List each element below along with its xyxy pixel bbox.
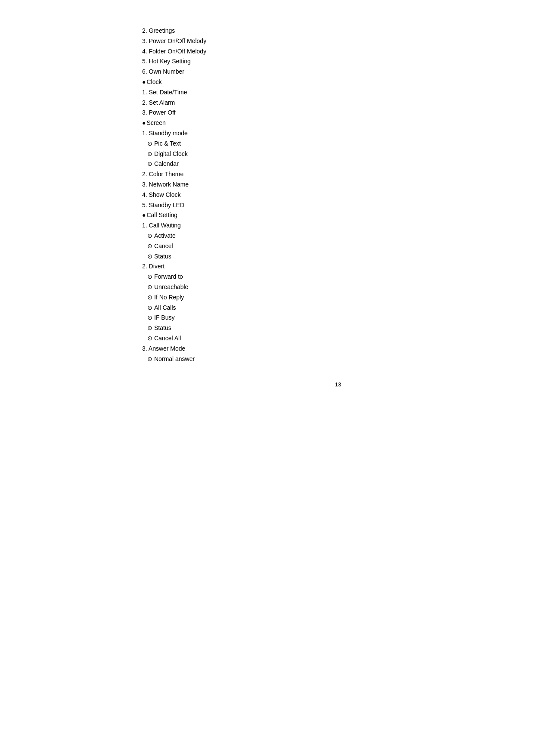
circle-icon	[147, 160, 154, 167]
circle-icon	[147, 314, 154, 321]
item-label: 3. Power On/Off Melody	[142, 37, 206, 44]
list-item: 1. Call Waiting	[142, 221, 534, 231]
list-item: 6. Own Number	[142, 67, 534, 77]
circle-icon	[147, 324, 154, 331]
bullet-icon	[142, 119, 146, 126]
item-label: Unreachable	[154, 283, 188, 290]
item-label: 2. Divert	[142, 263, 165, 270]
list-item: Calendar	[142, 159, 534, 169]
list-item: Screen	[142, 118, 534, 128]
page-number: 13	[142, 381, 534, 388]
list-item: Cancel	[142, 241, 534, 252]
item-label: IF Busy	[154, 314, 174, 321]
item-label: 6. Own Number	[142, 68, 184, 75]
item-label: Status	[154, 324, 171, 331]
list-item: 2. Divert	[142, 261, 534, 272]
list-item: 3. Power On/Off Melody	[142, 36, 534, 47]
circle-icon	[147, 335, 154, 342]
list-item: 3. Network Name	[142, 180, 534, 190]
circle-icon	[147, 283, 154, 290]
list-item: If No Reply	[142, 292, 534, 303]
item-label: 1. Call Waiting	[142, 222, 181, 229]
list-item: All Calls	[142, 303, 534, 313]
item-label: Clock	[146, 78, 161, 85]
item-label: 3. Network Name	[142, 181, 189, 188]
circle-icon	[147, 150, 154, 157]
circle-icon	[147, 304, 154, 311]
item-label: Activate	[154, 232, 176, 239]
list-item: Unreachable	[142, 282, 534, 292]
item-label: 2. Greetings	[142, 27, 175, 34]
item-label: Status	[154, 253, 171, 260]
item-label: 3. Answer Mode	[142, 345, 185, 352]
item-label: 4. Show Clock	[142, 191, 180, 198]
item-label: 3. Power Off	[142, 109, 176, 116]
item-label: Normal answer	[154, 355, 195, 362]
bullet-icon	[142, 78, 146, 85]
item-label: Pic & Text	[154, 140, 181, 147]
item-label: 5. Standby LED	[142, 202, 184, 208]
list-item: Call Setting	[142, 210, 534, 221]
list-item: Digital Clock	[142, 149, 534, 159]
list-item: IF Busy	[142, 313, 534, 323]
list-item: Status	[142, 323, 534, 333]
item-label: 4. Folder On/Off Melody	[142, 48, 206, 55]
list-item: Forward to	[142, 272, 534, 282]
list-item: 2. Set Alarm	[142, 98, 534, 108]
list-item: 1. Set Date/Time	[142, 87, 534, 98]
list-item: 1. Standby mode	[142, 128, 534, 139]
item-label: 1. Standby mode	[142, 130, 188, 137]
item-label: If No Reply	[154, 294, 184, 301]
list-item: 5. Hot Key Setting	[142, 56, 534, 67]
menu-list: 2. Greetings3. Power On/Off Melody4. Fol…	[142, 26, 534, 364]
item-label: Cancel	[154, 243, 173, 249]
list-item: Status	[142, 252, 534, 262]
circle-icon	[147, 140, 154, 147]
item-label: 2. Color Theme	[142, 171, 183, 177]
list-item: 3. Power Off	[142, 108, 534, 118]
item-label: 1. Set Date/Time	[142, 89, 187, 96]
item-label: Digital Clock	[154, 150, 188, 157]
circle-icon	[147, 355, 154, 362]
bullet-icon	[142, 212, 146, 218]
page-content: 2. Greetings3. Power On/Off Melody4. Fol…	[0, 0, 534, 388]
circle-icon	[147, 273, 154, 280]
list-item: 2. Color Theme	[142, 169, 534, 180]
list-item: Clock	[142, 77, 534, 87]
list-item: 2. Greetings	[142, 26, 534, 36]
circle-icon	[147, 243, 154, 249]
item-label: Call Setting	[146, 212, 177, 218]
item-label: All Calls	[154, 304, 176, 311]
list-item: 4. Folder On/Off Melody	[142, 47, 534, 57]
circle-icon	[147, 232, 154, 239]
list-item: 3. Answer Mode	[142, 344, 534, 354]
list-item: Pic & Text	[142, 139, 534, 149]
item-label: Screen	[146, 119, 165, 126]
list-item: 4. Show Clock	[142, 190, 534, 200]
item-label: 2. Set Alarm	[142, 99, 175, 106]
item-label: Forward to	[154, 273, 183, 280]
item-label: Calendar	[154, 160, 179, 167]
list-item: Normal answer	[142, 354, 534, 364]
circle-icon	[147, 253, 154, 260]
circle-icon	[147, 294, 154, 301]
item-label: Cancel All	[154, 335, 181, 342]
list-item: Activate	[142, 231, 534, 241]
list-item: Cancel All	[142, 333, 534, 344]
list-item: 5. Standby LED	[142, 200, 534, 211]
item-label: 5. Hot Key Setting	[142, 58, 191, 65]
